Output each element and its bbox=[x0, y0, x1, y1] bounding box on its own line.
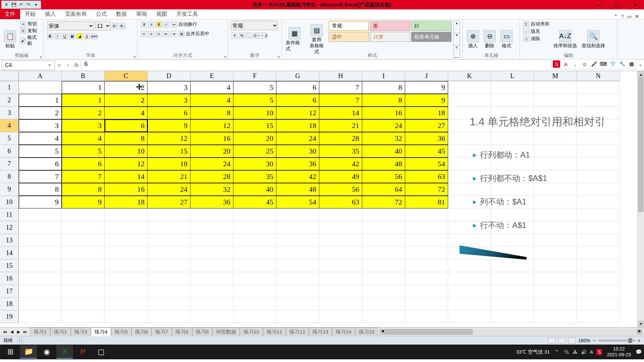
horizontal-scrollbar[interactable]: ◀ ▶ bbox=[379, 329, 643, 335]
cell-L3[interactable] bbox=[491, 107, 534, 119]
cell-F9[interactable]: 40 bbox=[233, 183, 276, 196]
row-header-7[interactable]: 7 bbox=[0, 158, 19, 170]
cell-N10[interactable] bbox=[577, 196, 620, 208]
cell-C6[interactable]: 10 bbox=[105, 145, 148, 158]
clipboard-launcher[interactable]: ⬊ bbox=[39, 55, 42, 59]
col-header-B[interactable]: B bbox=[62, 71, 105, 81]
cell-J1[interactable]: 9 bbox=[405, 81, 448, 94]
align-top-icon[interactable]: ⬆ bbox=[141, 21, 147, 27]
cell-K6[interactable] bbox=[448, 145, 491, 158]
fill-color-button[interactable]: ◢ bbox=[76, 33, 83, 39]
cell-K3[interactable] bbox=[448, 107, 491, 119]
col-header-H[interactable]: H bbox=[319, 71, 362, 81]
cell-N8[interactable] bbox=[577, 170, 620, 183]
font-name-select[interactable]: 宋体 bbox=[47, 21, 94, 31]
cell-K4[interactable] bbox=[448, 119, 491, 132]
cell-G1[interactable]: 6 bbox=[276, 81, 319, 94]
cell-C7[interactable]: 12 bbox=[105, 158, 148, 170]
row-header-17[interactable]: 17 bbox=[0, 285, 19, 298]
start-button[interactable]: ⊞ bbox=[2, 345, 19, 359]
cell-M8[interactable] bbox=[534, 170, 577, 183]
row-header-1[interactable]: 1 bbox=[0, 81, 19, 94]
cell-C18[interactable] bbox=[105, 298, 148, 310]
grow-font-icon[interactable]: A↑ bbox=[112, 23, 118, 29]
italic-button[interactable]: I bbox=[54, 33, 60, 39]
notifications-icon[interactable]: 💬 bbox=[636, 349, 642, 355]
cell-A3[interactable]: 2 bbox=[19, 107, 62, 119]
cell-D2[interactable]: 3 bbox=[148, 94, 191, 107]
decimal-inc-icon[interactable]: .0→ bbox=[254, 33, 260, 39]
cell-E16[interactable] bbox=[191, 272, 233, 285]
view-break-button[interactable] bbox=[568, 338, 576, 344]
cell-M19[interactable] bbox=[534, 310, 577, 323]
row-header-15[interactable]: 15 bbox=[0, 259, 19, 272]
tray-chevron-icon[interactable]: ⌃ bbox=[555, 349, 559, 355]
col-header-L[interactable]: L bbox=[491, 71, 534, 81]
align-bottom-icon[interactable]: ⬇ bbox=[156, 21, 162, 27]
cell-D12[interactable] bbox=[148, 221, 191, 234]
ime-tool-icon[interactable]: 🔧 bbox=[619, 60, 626, 68]
cell-N6[interactable] bbox=[577, 145, 620, 158]
cell-D14[interactable] bbox=[148, 247, 191, 259]
cell-B8[interactable]: 7 bbox=[62, 170, 105, 183]
sheet-tab-11[interactable]: 练习11 bbox=[263, 327, 286, 336]
cell-D6[interactable]: 15 bbox=[148, 145, 191, 158]
sheet-tab-14[interactable]: 练习14 bbox=[332, 327, 355, 336]
cell-C2[interactable]: 2 bbox=[105, 94, 148, 107]
cell-I10[interactable]: 72 bbox=[362, 196, 405, 208]
cell-C14[interactable] bbox=[105, 247, 148, 259]
cell-M9[interactable] bbox=[534, 183, 577, 196]
cell-J2[interactable]: 9 bbox=[405, 94, 448, 107]
cell-C8[interactable]: 14 bbox=[105, 170, 148, 183]
cell-L8[interactable] bbox=[491, 170, 534, 183]
name-box[interactable]: C4▼ bbox=[1, 61, 55, 70]
name-box-dropdown-icon[interactable]: ▼ bbox=[48, 63, 51, 67]
cell-B6[interactable]: 5 bbox=[62, 145, 105, 158]
enter-icon[interactable]: ✓ bbox=[64, 63, 72, 68]
sheet-tab-6[interactable]: 练习7 bbox=[152, 327, 172, 336]
cell-K8[interactable] bbox=[448, 170, 491, 183]
cell-G14[interactable] bbox=[276, 247, 319, 259]
cell-N2[interactable] bbox=[577, 94, 620, 107]
view-normal-button[interactable] bbox=[548, 338, 555, 344]
cell-E4[interactable]: 12 bbox=[191, 119, 233, 132]
cell-A2[interactable]: 1 bbox=[19, 94, 62, 107]
cell-J13[interactable] bbox=[405, 234, 448, 247]
cell-F7[interactable]: 30 bbox=[233, 158, 276, 170]
scroll-up-button[interactable]: ▴ bbox=[638, 71, 644, 78]
sheet-tab-8[interactable]: 练习9 bbox=[192, 327, 212, 336]
cell-N11[interactable] bbox=[577, 208, 620, 221]
cell-B17[interactable] bbox=[62, 285, 105, 298]
cell-G12[interactable] bbox=[276, 221, 319, 234]
style-bad[interactable]: 差 bbox=[370, 21, 410, 31]
cell-L11[interactable] bbox=[491, 208, 534, 221]
cell-C13[interactable] bbox=[105, 234, 148, 247]
style-good[interactable]: 好 bbox=[411, 21, 451, 31]
cell-B7[interactable]: 6 bbox=[62, 158, 105, 170]
cell-F19[interactable] bbox=[233, 310, 276, 323]
cell-A19[interactable] bbox=[19, 310, 62, 323]
cell-E19[interactable] bbox=[191, 310, 233, 323]
cell-M2[interactable] bbox=[534, 94, 577, 107]
cell-J16[interactable] bbox=[405, 272, 448, 285]
cell-N12[interactable] bbox=[577, 221, 620, 234]
cell-B10[interactable]: 9 bbox=[62, 196, 105, 208]
cell-D7[interactable]: 18 bbox=[148, 158, 191, 170]
cell-M17[interactable] bbox=[534, 285, 577, 298]
cell-A18[interactable] bbox=[19, 298, 62, 310]
align-middle-icon[interactable]: ≡ bbox=[148, 21, 154, 27]
row-header-3[interactable]: 3 bbox=[0, 107, 19, 119]
col-header-D[interactable]: D bbox=[148, 71, 191, 81]
merge-center-button[interactable]: ⊞合并后居中 bbox=[178, 31, 210, 37]
sheet-tab-9[interactable]: 对应数据 bbox=[212, 327, 240, 336]
fill-button[interactable]: ↓填充 bbox=[523, 28, 550, 35]
cell-A13[interactable] bbox=[19, 234, 62, 247]
explorer-taskbar-icon[interactable]: 📁 bbox=[20, 345, 37, 359]
cell-L2[interactable] bbox=[491, 94, 534, 107]
cell-H7[interactable]: 42 bbox=[319, 158, 362, 170]
cell-F12[interactable] bbox=[233, 221, 276, 234]
macro-record-icon[interactable]: ▢ bbox=[17, 338, 23, 344]
col-header-E[interactable]: E bbox=[191, 71, 233, 81]
excel-taskbar-icon[interactable]: X bbox=[56, 345, 73, 359]
col-header-I[interactable]: I bbox=[362, 71, 405, 81]
